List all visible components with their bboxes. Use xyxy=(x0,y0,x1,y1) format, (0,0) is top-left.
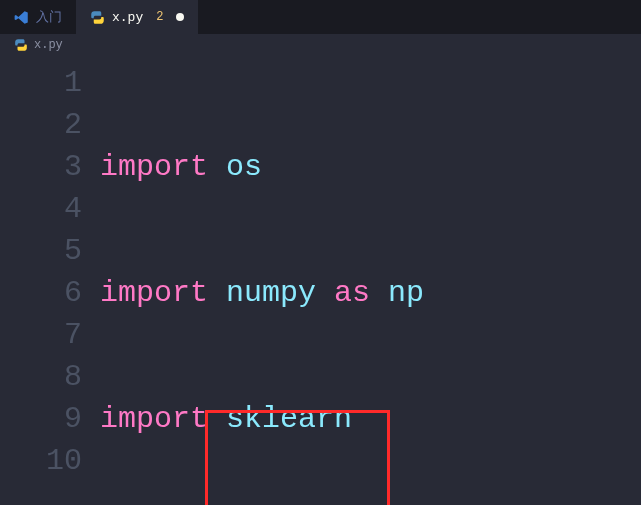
python-icon xyxy=(90,10,105,25)
line-number: 4 xyxy=(0,188,82,230)
code-line: import os xyxy=(100,146,550,188)
code-line: import sklearn xyxy=(100,398,550,440)
line-number: 1 xyxy=(0,62,82,104)
line-number: 10 xyxy=(0,440,82,482)
vscode-icon xyxy=(14,10,29,25)
line-number: 3 xyxy=(0,146,82,188)
breadcrumb[interactable]: x.py xyxy=(0,34,641,56)
tab-bar: 入门 x.py 2 xyxy=(0,0,641,34)
code-line: import numpy as np xyxy=(100,272,550,314)
editor[interactable]: 1 2 3 4 5 6 7 8 9 10 import os import nu… xyxy=(0,56,641,505)
line-number: 6 xyxy=(0,272,82,314)
line-number: 7 xyxy=(0,314,82,356)
tab-xpy[interactable]: x.py 2 xyxy=(76,0,198,34)
dirty-indicator-icon xyxy=(176,13,184,21)
line-number: 2 xyxy=(0,104,82,146)
tab-problem-count: 2 xyxy=(156,10,163,24)
python-icon xyxy=(14,38,28,52)
tab-label: x.py xyxy=(112,10,143,25)
tab-label: 入门 xyxy=(36,8,62,26)
line-number: 9 xyxy=(0,398,82,440)
code-area[interactable]: import os import numpy as np import skle… xyxy=(100,56,550,505)
breadcrumb-label: x.py xyxy=(34,38,63,52)
line-number: 8 xyxy=(0,356,82,398)
tab-welcome[interactable]: 入门 xyxy=(0,0,76,34)
line-number-gutter: 1 2 3 4 5 6 7 8 9 10 xyxy=(0,56,100,505)
line-number: 5 xyxy=(0,230,82,272)
